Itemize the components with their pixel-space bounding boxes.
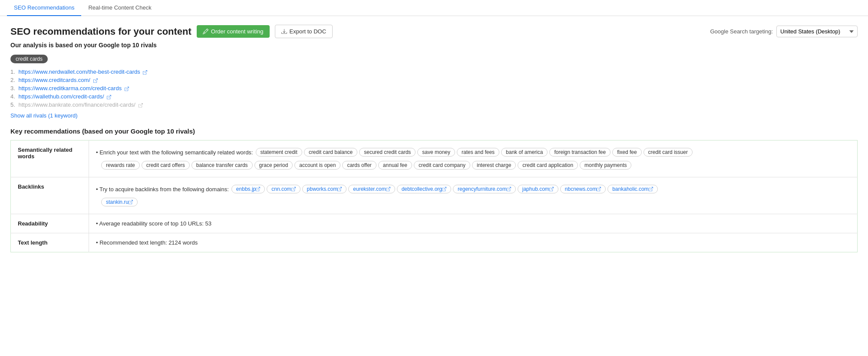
backlink-tag[interactable]: stankin.ru <box>101 198 138 206</box>
semantic-tag[interactable]: cards offer <box>342 161 376 170</box>
semantic-tag[interactable]: credit card application <box>518 161 578 170</box>
backlink-tag[interactable]: eurekster.com <box>348 185 395 193</box>
order-content-button[interactable]: Order content writing <box>197 25 270 38</box>
export-doc-button[interactable]: Export to DOC <box>275 25 333 38</box>
backlink-tag[interactable]: nbcnews.com <box>560 185 606 193</box>
show-all-rivals-link[interactable]: Show all rivals (1 keyword) <box>10 112 78 119</box>
semantic-tag[interactable]: fixed fee <box>612 148 641 157</box>
semantic-tag[interactable]: annual fee <box>378 161 412 170</box>
keyword-badge: credit cards <box>10 55 48 63</box>
row-content: • Recommended text length: 2124 words <box>89 233 858 252</box>
row-label: Text length <box>11 233 89 252</box>
bullet-text: • Recommended text length: 2124 words <box>96 239 850 246</box>
rival-item: 5. https://www.bankrate.com/finance/cred… <box>10 101 858 108</box>
analysis-subtitle: Our analysis is based on your Google top… <box>10 42 858 49</box>
semantic-tag[interactable]: credit card company <box>414 161 470 170</box>
backlink-tag[interactable]: cnn.com <box>267 185 300 193</box>
external-link-icon <box>143 70 147 75</box>
bullet-text: • Average readability score of top 10 UR… <box>96 220 850 227</box>
rival-link[interactable]: https://www.nerdwallet.com/the-best-cred… <box>18 69 140 75</box>
external-link-icon <box>139 103 143 108</box>
backlink-tag[interactable]: japhub.com <box>518 185 558 193</box>
recommendations-table: Semantically related words• Enrich your … <box>10 140 858 252</box>
external-link-icon <box>93 78 98 83</box>
semantic-tag[interactable]: save money <box>417 148 455 157</box>
backlink-tag[interactable]: regencyfurniture.com <box>453 185 516 193</box>
row-content: • Average readability score of top 10 UR… <box>89 214 858 233</box>
semantic-tag[interactable]: secured credit cards <box>359 148 416 157</box>
rival-link[interactable]: https://www.bankrate.com/finance/credit-… <box>18 101 135 108</box>
backlink-tag[interactable]: debtcollective.org <box>397 185 451 193</box>
tab-seo[interactable]: SEO Recommendations <box>7 0 81 16</box>
row-label: Backlinks <box>11 177 89 214</box>
rival-link[interactable]: https://wallethub.com/credit-cards/ <box>18 93 104 100</box>
rival-link[interactable]: https://www.creditcards.com/ <box>18 77 90 83</box>
semantic-tag[interactable]: foreign transaction fee <box>549 148 611 157</box>
backlink-tag[interactable]: pbworks.com <box>302 185 347 193</box>
semantic-tag[interactable]: account is open <box>294 161 340 170</box>
backlink-tag[interactable]: enbbs.jp <box>231 185 265 193</box>
row-content: • Enrich your text with the following se… <box>89 140 858 177</box>
edit-icon <box>203 29 208 34</box>
rivals-list: 1. https://www.nerdwallet.com/the-best-c… <box>10 69 858 108</box>
export-icon <box>281 29 287 34</box>
semantic-tag[interactable]: credit card offers <box>142 161 190 170</box>
table-row: Semantically related words• Enrich your … <box>11 140 858 177</box>
semantic-tag[interactable]: rewards rate <box>101 161 140 170</box>
page-title: SEO recommendations for your content <box>10 26 191 37</box>
table-row: Text length• Recommended text length: 21… <box>11 233 858 252</box>
rival-item: 1. https://www.nerdwallet.com/the-best-c… <box>10 69 858 75</box>
semantic-tag[interactable]: monthly payments <box>580 161 631 170</box>
semantic-tag[interactable]: credit card issuer <box>644 148 693 157</box>
rival-item: 3. https://www.creditkarma.com/credit-ca… <box>10 85 858 91</box>
targeting-label: Google Search targeting: <box>710 28 773 35</box>
semantic-tag[interactable]: credit card balance <box>304 148 357 157</box>
semantic-tag[interactable]: grace period <box>254 161 293 170</box>
row-content: • Try to acquire backlinks from the foll… <box>89 177 858 214</box>
targeting-select[interactable]: United States (Desktop) United Kingdom (… <box>776 26 858 37</box>
external-link-icon <box>125 87 129 91</box>
semantic-tag[interactable]: rates and fees <box>457 148 499 157</box>
semantic-tag[interactable]: bank of america <box>501 148 548 157</box>
semantic-tag[interactable]: balance transfer cards <box>191 161 253 170</box>
semantic-tag[interactable]: statement credit <box>256 148 302 157</box>
backlink-tag[interactable]: bankaholic.com <box>607 185 657 193</box>
tabs-bar: SEO Recommendations Real-time Content Ch… <box>0 0 868 16</box>
table-row: Backlinks• Try to acquire backlinks from… <box>11 177 858 214</box>
rival-item: 2. https://www.creditcards.com/ <box>10 77 858 83</box>
tab-realtime[interactable]: Real-time Content Check <box>81 0 158 16</box>
rival-item: 4. https://wallethub.com/credit-cards/ <box>10 93 858 100</box>
key-recommendations-title: Key recommendations (based on your Googl… <box>10 127 858 135</box>
row-label: Readability <box>11 214 89 233</box>
rival-link[interactable]: https://www.creditkarma.com/credit-cards <box>18 85 122 91</box>
row-label: Semantically related words <box>11 140 89 177</box>
table-row: Readability• Average readability score o… <box>11 214 858 233</box>
external-link-icon <box>107 95 111 99</box>
semantic-tag[interactable]: interest charge <box>472 161 516 170</box>
